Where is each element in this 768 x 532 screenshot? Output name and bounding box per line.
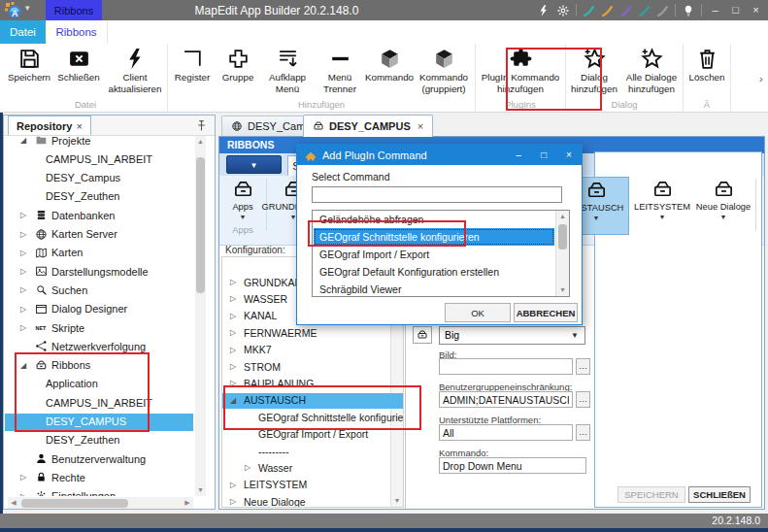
expander-closed-icon[interactable]: ▷ [245,463,250,472]
konfig-item-[interactable]: --------- [222,444,403,459]
lightbulb-icon[interactable] [682,4,695,17]
scrollbar-thumb[interactable] [196,157,205,293]
ribbon-button-gruppe[interactable]: Gruppe [216,44,260,83]
tab-repository[interactable]: Repository × [8,116,91,135]
pin-icon[interactable] [195,118,208,131]
browse-button[interactable]: … [576,358,590,375]
dialog-minimize-button[interactable]: – [506,145,531,165]
konfig-item-austausch[interactable]: ◢AUSTAUSCH [222,393,403,409]
minimize-button[interactable]: – [708,0,722,20]
konfig-item-geograf-schnittstelle-konfigurieren[interactable]: GEOgraf Schnittstelle konfigurieren [222,410,403,425]
ribbon-button-dialog-hinzuf-gen[interactable]: Dialog hinzufügen [567,44,621,94]
repo-item-campus-in-arbeit[interactable]: CAMPUS_IN_ARBEIT [5,150,193,168]
expander-closed-icon[interactable]: ▷ [20,230,26,239]
preview-button-leitsystem[interactable]: LEITSYSTEM▼ [629,177,695,235]
ribbon-overflow-arrow[interactable]: › [759,73,763,84]
size-select[interactable]: Big ▼ [439,326,585,345]
repo-item-suchen[interactable]: ▷Suchen [5,282,193,299]
konfig-item-fernwaerme[interactable]: ▷FERNWAERME [222,325,403,341]
lightning-icon[interactable] [537,4,551,17]
expander-closed-icon[interactable]: ▷ [20,323,26,332]
doc-tab-desy-campus[interactable]: DESY_CAMPUS× [303,115,433,137]
repository-tab-close-icon[interactable]: × [76,120,82,132]
repo-item-rechte[interactable]: ▷Rechte [5,469,193,486]
tab-datei[interactable]: Datei [0,20,46,44]
konfig-item-wasser[interactable]: ▷Wasser [222,460,403,476]
ribbon-dropdown-button[interactable]: ▼ [226,155,282,174]
dialog-close-button[interactable]: × [556,145,582,165]
konfig-item-bauplanung[interactable]: ▷BAUPLANUNG [222,376,403,391]
ribbon-button-plugin-kommando-hinzuf-gen[interactable]: PlugIn Kommando hinzufügen [477,44,564,94]
repo-item-benutzerverwaltung[interactable]: Benutzerverwaltung [5,450,193,468]
repo-item-desy-campus[interactable]: DESY_CAMPUS [5,414,193,431]
scroll-up-icon[interactable]: ▲ [195,136,206,148]
dialog-maximize-button[interactable]: □ [531,145,556,165]
ribbon-button-speichern[interactable]: Speichern [5,44,53,83]
dialog-titlebar[interactable]: Add PlugIn Command – □ × [297,145,582,165]
titlebar-quick-tab[interactable]: Ribbons [46,0,102,20]
repo-item-darstellungsmodelle[interactable]: ▷Darstellungsmodelle [5,263,193,281]
close-panel-button[interactable]: SCHLIEßEN [688,486,751,503]
repo-item-desy-zeuthen[interactable]: DESY_Zeuthen [5,188,193,206]
expander-closed-icon[interactable]: ▷ [230,328,236,337]
expander-closed-icon[interactable]: ▷ [230,346,236,354]
expander-open-icon[interactable]: ◢ [230,396,236,405]
repo-item-ribbons[interactable]: ◢Ribbons [5,357,193,375]
ribbon-button-men-trenner[interactable]: Menü Trenner [315,44,365,94]
expander-closed-icon[interactable]: ▷ [20,267,26,276]
expander-closed-icon[interactable]: ▷ [20,305,26,314]
command-search-input[interactable] [312,186,562,203]
tab-ribbons[interactable]: Ribbons [46,20,108,44]
konfig-item-leitsystem[interactable]: ▷LEITSYSTEM [222,478,403,493]
konfig-item-geograf-import-export[interactable]: GEOgraf Import / Export [222,427,403,443]
ribbon-button-alle-dialoge-hinzuf-gen[interactable]: Alle Dialoge hinzufügen [621,44,682,94]
konfig-item-strom[interactable]: ▷STROM [222,359,403,375]
repo-item-datenbanken[interactable]: ▷Datenbanken [5,207,193,224]
ribbon-button-client-aktualisieren[interactable]: Client aktualisieren [104,44,166,94]
command-item-schr-gbild-viewer[interactable]: Schrägbild Viewer [314,281,554,297]
expander-closed-icon[interactable]: ▷ [230,362,236,371]
field-input-bild[interactable] [439,358,573,375]
preview-button-apps[interactable]: Apps▼ [221,177,264,235]
expander-closed-icon[interactable]: ▷ [20,492,26,496]
repo-item-application[interactable]: Application [5,376,193,393]
preview-button-neue-dialoge[interactable]: Neue Dialoge▼ [695,177,751,235]
repo-item-campus-in-arbeit[interactable]: CAMPUS_IN_ARBEIT [5,394,193,412]
command-list-scrollbar[interactable]: ▲ ▼ [555,211,569,296]
command-item-geograf-schnittstelle-konfigurieren[interactable]: GEOgraf Schnittstelle konfigurieren [314,228,554,246]
field-input-kommando[interactable] [439,457,586,474]
repo-item-karten-server[interactable]: ▷Karten Server [5,226,193,244]
ok-button[interactable]: OK [445,303,511,322]
repo-item-einstellungen[interactable]: ▷Einstellungen [5,488,193,496]
quick-access-caret-icon[interactable]: ▾ [25,3,30,13]
expander-closed-icon[interactable]: ▷ [20,211,26,219]
expander-closed-icon[interactable]: ▷ [230,278,236,286]
browse-button[interactable]: … [576,391,590,408]
konfig-item-neue-dialoge[interactable]: ▷Neue Dialoge [222,494,403,508]
command-item-geograf-import-export[interactable]: GEOgraf Import / Export [314,246,554,263]
ribbon-button-kommando[interactable]: Kommando [365,44,414,83]
scroll-up-icon[interactable]: ▲ [556,211,569,222]
repo-item-desy-campus[interactable]: DESY_Campus [5,170,193,187]
save-button[interactable]: SPEICHERN [618,486,685,503]
expander-closed-icon[interactable]: ▷ [230,497,236,506]
repo-item-skripte[interactable]: ▷NETSkripte [5,319,193,337]
scrollbar-thumb[interactable] [21,499,128,508]
expander-closed-icon[interactable]: ▷ [230,379,236,387]
ribbon-button-l-schen[interactable]: Löschen [685,44,729,83]
scroll-down-icon[interactable]: ▼ [556,284,569,296]
repo-item-projekte[interactable]: ◢Projekte [5,136,193,150]
scroll-left-icon[interactable]: ◀ [8,497,19,509]
field-input-benutzergruppeneinschr-nkung[interactable] [439,391,573,408]
field-input-unterst-tzte-plattformen[interactable] [439,424,573,441]
gear-icon[interactable] [556,4,570,17]
konfig-item-mkk7[interactable]: ▷MKK7 [222,343,403,358]
close-button[interactable]: × [749,0,763,20]
expander-closed-icon[interactable]: ▷ [230,481,236,489]
scroll-right-icon[interactable]: ▶ [182,497,193,509]
expander-closed-icon[interactable]: ▷ [230,294,236,303]
repo-item-dialog-designer[interactable]: ▷Dialog Designer [5,301,193,318]
repository-vertical-scrollbar[interactable]: ▲ ▼ [195,136,206,496]
doc-tab-close-icon[interactable]: × [417,120,423,132]
maximize-button[interactable]: □ [728,0,743,20]
